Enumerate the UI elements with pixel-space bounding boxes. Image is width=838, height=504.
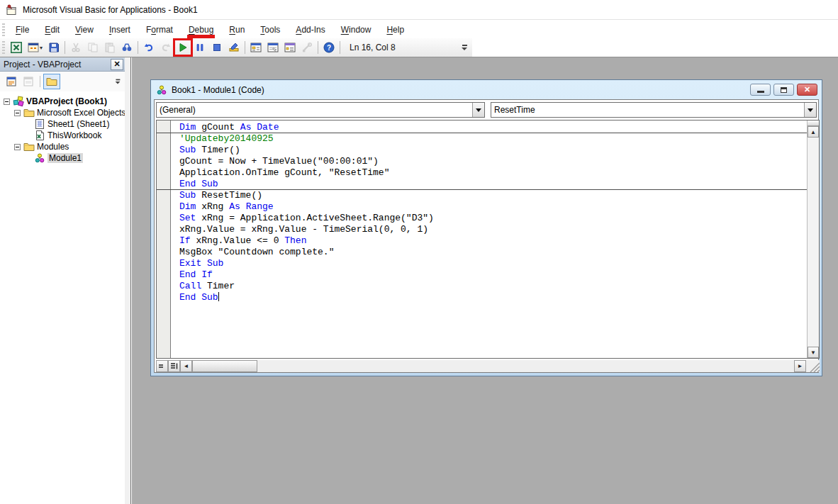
tree-item-vbaproject-book1[interactable]: VBAProject (Book1) (0, 96, 125, 107)
code-editor[interactable]: Dim gCount As Date'Updateby20140925Sub T… (156, 120, 820, 359)
full-module-view-button[interactable] (168, 360, 180, 372)
help-button[interactable]: ? (320, 40, 337, 55)
menu-insert[interactable]: Insert (101, 22, 138, 38)
project-explorer-panel: Project - VBAProject ✕ VBAProject (Book1… (0, 57, 125, 504)
scroll-up-button[interactable]: ▲ (808, 126, 819, 138)
cut-button[interactable] (67, 40, 84, 55)
vba-editor-screen: Microsoft Visual Basic for Applications … (0, 0, 838, 504)
code-window-titlebar[interactable]: Book1 - Module1 (Code) ✕ (151, 80, 822, 99)
menu-tools[interactable]: Tools (252, 22, 288, 38)
project-explorer-button[interactable] (247, 40, 264, 55)
code-line-9[interactable]: Set xRng = Application.ActiveSheet.Range… (157, 213, 807, 224)
menubar-grip[interactable] (2, 23, 5, 36)
code-line-1[interactable]: Dim gCount As Date (157, 122, 807, 133)
menu-view[interactable]: View (67, 22, 101, 38)
tree-item-modules[interactable]: Modules (0, 141, 125, 152)
object-dropdown[interactable]: (General) (156, 102, 485, 118)
break-button[interactable] (191, 40, 208, 55)
menu-file[interactable]: File (8, 22, 37, 38)
menu-format[interactable]: Format (138, 22, 181, 38)
code-line-7[interactable]: Sub ResetTime() (157, 190, 807, 201)
view-object-button[interactable] (20, 74, 37, 89)
code-line-13[interactable]: Exit Sub (157, 258, 807, 269)
menu-edit[interactable]: Edit (37, 22, 67, 38)
module-icon (156, 84, 167, 96)
panel-splitter[interactable] (125, 57, 131, 504)
view-microsoft-excel-button[interactable] (8, 40, 25, 55)
code-line-11[interactable]: If xRng.Value <= 0 Then (157, 235, 807, 247)
paste-button[interactable] (101, 40, 118, 55)
scroll-left-button[interactable]: ◄ (180, 360, 192, 372)
code-token: gCount (196, 122, 240, 133)
view-code-button[interactable] (3, 74, 20, 89)
code-line-8[interactable]: Dim xRng As Range (157, 201, 807, 213)
toolbar-separator (138, 41, 138, 54)
procedure-dropdown[interactable]: ResetTime (491, 102, 817, 118)
object-dropdown-arrow[interactable] (472, 103, 484, 117)
tree-label: ThisWorkbook (48, 130, 101, 140)
reset-button[interactable] (208, 40, 225, 55)
code-line-6[interactable]: End Sub (157, 179, 807, 190)
copy-button[interactable] (84, 40, 101, 55)
keyword-token: End Sub (179, 179, 218, 189)
scroll-right-button[interactable]: ► (794, 360, 806, 372)
properties-window-button[interactable] (264, 40, 281, 55)
sheet-icon (34, 118, 45, 130)
scroll-down-button[interactable]: ▼ (808, 347, 819, 358)
menu-addins[interactable]: Add-Ins (288, 22, 333, 38)
redo-button[interactable] (157, 40, 174, 55)
resize-grip[interactable] (806, 360, 820, 372)
menu-window[interactable]: Window (333, 22, 379, 38)
tree-label: Microsoft Excel Objects (37, 108, 125, 118)
procedure-dropdown-arrow[interactable] (804, 103, 816, 117)
code-line-16[interactable]: End Sub (157, 292, 807, 303)
design-mode-button[interactable] (225, 40, 242, 55)
minimize-button[interactable] (750, 84, 771, 96)
tree-expander[interactable] (14, 144, 21, 150)
tree-item-sheet1-sheet1[interactable]: Sheet1 (Sheet1) (0, 118, 125, 130)
module-icon (34, 152, 45, 164)
project-panel-close-button[interactable]: ✕ (111, 59, 123, 70)
code-line-3[interactable]: Sub Timer() (157, 145, 807, 156)
vbaproject-icon (13, 96, 24, 107)
tree-item-microsoft-excel-objects[interactable]: Microsoft Excel Objects (0, 107, 125, 118)
horizontal-scroll-thumb[interactable] (192, 360, 257, 372)
window-controls: ✕ (750, 84, 817, 96)
code-line-5[interactable]: Application.OnTime gCount, "ResetTime" (157, 167, 807, 179)
code-line-15[interactable]: Call Timer (157, 281, 807, 292)
toolbar-options-button[interactable] (459, 40, 469, 55)
tree-item-module1[interactable]: Module1 (0, 152, 125, 164)
insert-userform-button[interactable] (25, 40, 42, 55)
menu-debug[interactable]: Debug (181, 22, 221, 38)
code-line-12[interactable]: MsgBox "Countdown complete." (157, 247, 807, 258)
save-button[interactable] (45, 40, 62, 55)
run-sub-button[interactable] (174, 40, 191, 55)
code-token (240, 201, 246, 212)
toolbox-button[interactable] (298, 40, 315, 55)
toggle-folders-button[interactable] (43, 74, 60, 89)
code-line-10[interactable]: xRng.Value = xRng.Value - TimeSerial(0, … (157, 224, 807, 235)
project-toolbar-separator (40, 76, 40, 87)
close-button[interactable]: ✕ (797, 84, 817, 96)
menu-help[interactable]: Help (379, 22, 412, 38)
standard-toolbar: ▾? Ln 16, Col 8 (0, 38, 472, 57)
tree-expander[interactable] (4, 99, 10, 105)
code-line-14[interactable]: End If (157, 269, 807, 281)
procedure-view-button[interactable] (156, 360, 168, 372)
code-line-2[interactable]: 'Updateby20140925 (157, 133, 807, 145)
find-button[interactable] (118, 40, 135, 55)
keyword-token: Range (246, 201, 274, 212)
object-browser-button[interactable] (281, 40, 298, 55)
project-toolbar-options-button[interactable] (113, 76, 122, 88)
split-handle[interactable] (808, 121, 819, 126)
toolbar-grip[interactable] (2, 41, 5, 54)
undo-button[interactable] (140, 40, 157, 55)
vertical-scrollbar[interactable]: ▲ ▼ (807, 121, 819, 358)
menu-run[interactable]: Run (221, 22, 252, 38)
keyword-token: If (179, 235, 191, 246)
restore-button[interactable] (773, 84, 794, 96)
code-line-4[interactable]: gCount = Now + TimeValue("00:00:01") (157, 156, 807, 167)
tree-item-thisworkbook[interactable]: ThisWorkbook (0, 130, 125, 141)
horizontal-scroll-track[interactable] (257, 360, 794, 372)
tree-expander[interactable] (14, 110, 21, 116)
